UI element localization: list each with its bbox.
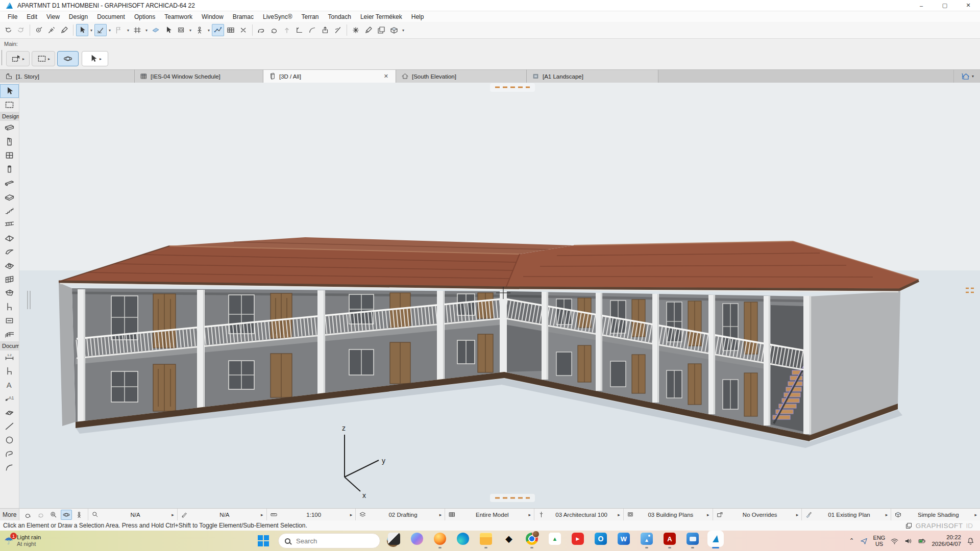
3d-model-building[interactable]: z y x [19,83,980,508]
toolbox-wall[interactable] [0,121,19,135]
toolbox-curtain-wall[interactable] [0,272,19,286]
toolbox-text[interactable] [0,378,19,392]
flyout-caret[interactable]: ▾ [144,24,149,36]
zoom-in-icon[interactable] [48,510,59,520]
tab-window-schedule[interactable]: [IES-04 Window Schedule] [135,70,263,83]
tab-south-elevation[interactable]: [South Elevation] [396,70,527,83]
quick-layout-book[interactable]: 03 Building Plans▸ [624,509,713,520]
3d-viewport[interactable]: z y x [19,83,980,508]
quick-layer-combination[interactable]: 02 Drafting▸ [356,509,445,520]
toolbox-fill[interactable] [0,406,19,419]
toolbox-circle[interactable] [0,433,19,447]
minimize-button[interactable]: – [910,0,933,11]
menu-terran[interactable]: Terran [297,12,324,21]
toolbox-mesh[interactable] [0,328,19,341]
marquee-arrow-button[interactable]: ▸ [32,51,55,66]
tray-chevron-icon[interactable]: ⌃ [849,537,854,544]
graphisoft-id[interactable]: GRAPHISOFT ID [905,522,980,530]
toolbox-more[interactable]: More [0,509,19,520]
quick-renovation-filter[interactable]: 01 Existing Plan▸ [802,509,891,520]
solid-ops-icon[interactable] [375,24,387,36]
tab-3d-all[interactable]: [3D / All]✕ [263,70,396,83]
toolbox-shell[interactable] [0,245,19,259]
menu-bramac[interactable]: Bramac [228,12,258,21]
pick-up-parameters-icon[interactable] [45,24,58,36]
quick-model-view-options[interactable]: Entire Model▸ [445,509,534,520]
star-grid-icon[interactable] [350,24,362,36]
toolbox-polyline[interactable] [0,447,19,461]
back-icon[interactable] [22,510,34,520]
menu-livesync[interactable]: LiveSync® [258,12,297,21]
taskbar-copilot[interactable] [411,533,423,545]
inject-parameters-icon[interactable] [58,24,70,36]
location-icon[interactable] [860,537,868,545]
arrow-button[interactable]: ▸ [82,51,108,66]
rotate-icon[interactable] [268,24,280,36]
edit-path-icon[interactable] [212,24,224,36]
tab-a1-landscape[interactable]: [A1 Landscape] [527,70,658,83]
taskbar-dropbox[interactable] [503,533,515,545]
language-indicator[interactable]: ENG US [873,535,886,547]
close-tab-icon[interactable]: ✕ [382,73,390,80]
quick-3d-style[interactable]: Simple Shading▸ [891,509,980,520]
toolbox-roof[interactable] [0,231,19,245]
toolbox-window[interactable] [0,148,19,162]
taskbar-stocks[interactable] [549,533,561,545]
trim-corner-icon[interactable] [293,24,306,36]
taskbar-firefox[interactable] [434,533,446,545]
toolbox-stair[interactable] [0,204,19,217]
quick-scale[interactable]: 1:100▸ [267,509,356,520]
toolbox-select[interactable] [0,84,19,98]
show-3d-icon[interactable] [388,24,400,36]
schedule-table-icon[interactable] [225,24,237,36]
flyout-caret[interactable]: ▾ [401,24,406,36]
undo-icon[interactable] [2,24,14,36]
menu-document[interactable]: Document [92,12,130,21]
quick-pen-set[interactable]: 03 Architectural 100▸ [534,509,624,520]
wifi-icon[interactable] [890,537,899,545]
find-select-icon[interactable] [33,24,45,36]
menu-design[interactable]: Design [64,12,92,21]
redo-icon[interactable] [15,24,27,36]
menu-options[interactable]: Options [130,12,160,21]
menu-view[interactable]: View [42,12,64,21]
menu-teamwork[interactable]: Teamwork [160,12,197,21]
menu-leier[interactable]: Leier Termékek [356,12,407,21]
grid-snap-icon[interactable] [131,24,143,36]
toolbox-zone[interactable] [0,314,19,328]
clock[interactable]: 20:22 2026/04/07 [932,534,961,547]
maximize-button[interactable]: ▢ [933,0,957,11]
palette-drag-handle[interactable] [2,50,2,65]
toolbox-beam[interactable] [0,176,19,190]
toolbox-marquee[interactable] [0,98,19,112]
flyout-caret[interactable]: ▾ [126,24,131,36]
search-input[interactable] [295,537,387,545]
taskbar-edge[interactable] [457,533,469,545]
toolbox-label[interactable] [0,392,19,406]
taskbar-photos[interactable] [641,533,653,545]
explode-icon[interactable] [319,24,331,36]
delete-icon[interactable] [237,24,250,36]
menu-help[interactable]: Help [407,12,429,21]
split-icon[interactable] [332,24,344,36]
profile-person-icon[interactable] [193,24,206,36]
taskbar-movies-tv[interactable] [687,533,699,545]
close-button[interactable]: ✕ [957,0,980,11]
quick-pen[interactable]: N/A▸ [178,509,267,520]
adjust-arc-icon[interactable] [306,24,318,36]
sub-element-arrow-icon[interactable] [162,24,175,36]
arrow-tool-icon[interactable] [76,24,88,36]
tab-1-story[interactable]: [1. Story] [0,70,135,83]
menu-window[interactable]: Window [197,12,228,21]
flyout-caret[interactable]: ▾ [188,24,193,36]
frame-icon[interactable] [175,24,187,36]
toolbox-column[interactable] [0,162,19,176]
pan-widget-bottom[interactable] [490,494,535,502]
battery-icon[interactable] [918,537,926,545]
toolbox-slab[interactable] [0,190,19,204]
menu-tondach[interactable]: Tondach [324,12,356,21]
toolbox-skylight[interactable] [0,259,19,272]
volume-icon[interactable] [904,537,913,545]
work-plane-icon[interactable] [150,24,162,36]
taskbar-outlook[interactable] [595,533,607,545]
